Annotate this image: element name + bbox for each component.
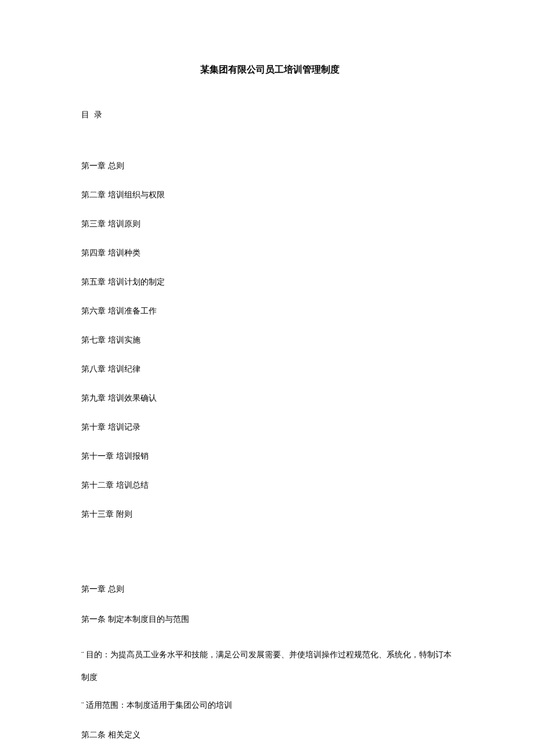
toc-item: 第一章 总则	[81, 161, 459, 171]
toc-item: 第十章 培训记录	[81, 422, 459, 433]
article-heading: 第二条 相关定义	[81, 729, 459, 741]
toc-item: 第六章 培训准备工作	[81, 306, 459, 316]
toc-item: 第二章 培训组织与权限	[81, 190, 459, 200]
toc-item: 第十一章 培训报销	[81, 451, 459, 462]
toc-item: 第四章 培训种类	[81, 248, 459, 258]
body-paragraph: ¨ 目的：为提高员工业务水平和技能，满足公司发展需要、并使培训操作过程规范化、系…	[81, 643, 459, 689]
toc-item: 第十三章 附则	[81, 509, 459, 520]
toc-item: 第十二章 培训总结	[81, 480, 459, 491]
toc-header: 目 录	[81, 110, 459, 120]
toc-item: 第五章 培训计划的制定	[81, 277, 459, 287]
document-title: 某集团有限公司员工培训管理制度	[81, 64, 459, 76]
chapter-heading: 第一章 总则	[81, 584, 459, 595]
toc-section: 第一章 总则 第二章 培训组织与权限 第三章 培训原则 第四章 培训种类 第五章…	[81, 161, 459, 520]
article-heading: 第一条 制定本制度目的与范围	[81, 614, 459, 625]
toc-item: 第七章 培训实施	[81, 335, 459, 345]
toc-item: 第八章 培训纪律	[81, 364, 459, 375]
toc-item: 第三章 培训原则	[81, 219, 459, 229]
body-paragraph: ¨ 适用范围：本制度适用于集团公司的培训	[81, 700, 459, 711]
document-body: 第一章 总则 第一条 制定本制度目的与范围 ¨ 目的：为提高员工业务水平和技能，…	[81, 584, 459, 741]
toc-item: 第九章 培训效果确认	[81, 393, 459, 404]
